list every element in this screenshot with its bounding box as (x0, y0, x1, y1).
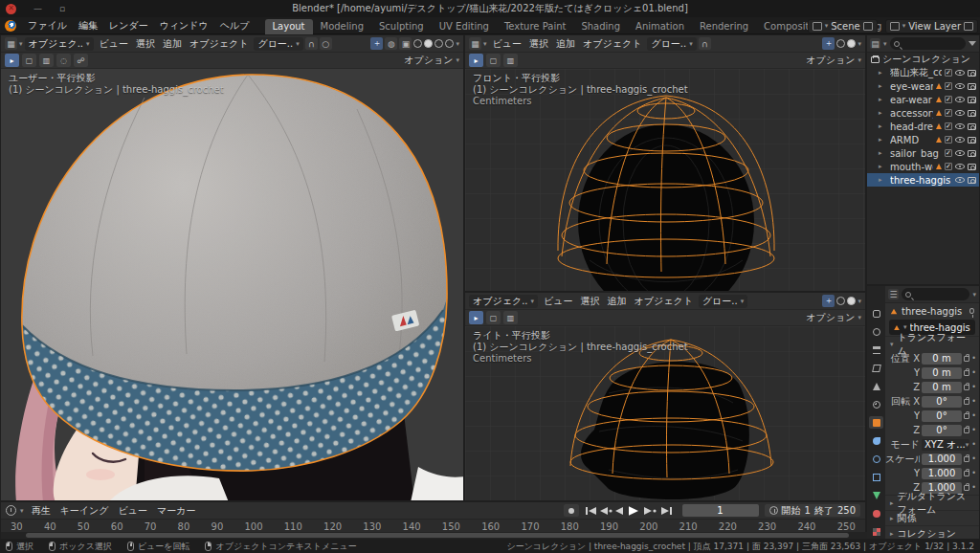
workspace-tab[interactable]: Animation (628, 19, 692, 34)
animate-dot-icon[interactable]: • (971, 469, 976, 477)
exclude-checkbox[interactable]: ✓ (945, 163, 952, 170)
shading-wireframe-icon[interactable] (836, 39, 845, 48)
frame-range-fields[interactable]: 開始 1 終了 250 (765, 504, 860, 517)
viewport-menu-item[interactable]: 追加 (552, 37, 579, 51)
value-field[interactable]: 1.000 (922, 453, 962, 465)
chevron-down-icon[interactable]: ▾ (972, 291, 976, 299)
mode-icon[interactable]: ▦ (469, 37, 481, 50)
tab-render[interactable] (869, 325, 883, 338)
options-dropdown[interactable]: オプション▾ (806, 54, 861, 67)
lock-icon[interactable] (964, 456, 969, 462)
exclude-checkbox[interactable]: ✓ (945, 69, 952, 77)
workspace-tab[interactable]: Rendering (692, 19, 756, 34)
disable-render-icon[interactable] (968, 123, 976, 130)
lock-icon[interactable] (964, 356, 969, 362)
expand-arrow-icon[interactable]: ▸ (879, 96, 884, 103)
menu-item[interactable]: ファイル (22, 17, 73, 34)
tweak-tool-button[interactable]: ▢ (486, 54, 501, 67)
scrollbar-thumb[interactable] (26, 533, 849, 538)
shading-wireframe-icon[interactable] (836, 297, 845, 305)
gizmo-toggle-icon[interactable]: ＋ (370, 37, 383, 50)
disable-render-icon[interactable] (968, 97, 976, 103)
tab-view-layer[interactable] (869, 362, 883, 374)
new-view-layer-icon[interactable] (964, 22, 973, 31)
exclude-checkbox[interactable]: ✓ (945, 136, 952, 144)
expand-arrow-icon[interactable]: ▸ (879, 69, 884, 77)
viewport-menu-item[interactable]: 追加 (603, 295, 630, 308)
viewport-menu-item[interactable]: 選択 (576, 295, 603, 308)
timeline-menu-item[interactable]: マーカー (153, 504, 199, 518)
value-field[interactable]: 0 m (922, 367, 962, 379)
animate-dot-icon[interactable]: • (971, 440, 976, 449)
outliner-search-input[interactable] (890, 37, 966, 50)
circle-select-tool-button[interactable]: ◌ (56, 54, 71, 67)
timeline-ruler[interactable]: 3040506070809010011012013014015016017018… (1, 520, 865, 533)
overlays-toggle-icon[interactable]: ◍ (385, 37, 397, 50)
exclude-checkbox[interactable]: ✓ (945, 109, 952, 117)
viewport-front-canvas[interactable] (465, 69, 865, 291)
shading-material-icon[interactable] (434, 39, 443, 48)
viewport-menu-item[interactable]: 追加 (159, 37, 186, 51)
value-field[interactable]: 0° (922, 396, 962, 408)
editor-type-icon[interactable]: ▦ (5, 37, 17, 50)
workspace-tab[interactable]: Sculpting (371, 19, 432, 34)
timeline-editor-icon[interactable] (6, 505, 16, 516)
current-frame-field[interactable]: 1 (682, 504, 759, 517)
end-value[interactable]: 250 (837, 505, 856, 516)
outliner-row[interactable]: ▸ accessory ✓ (867, 106, 979, 120)
lock-icon[interactable] (964, 385, 969, 390)
select-tool-button[interactable]: ▸ (469, 54, 483, 67)
select-tool-button[interactable]: ▸ (469, 311, 483, 324)
expand-arrow-icon[interactable]: ▸ (879, 149, 884, 157)
hide-eye-icon[interactable] (955, 97, 965, 102)
outliner-row[interactable]: ▸ mouth-wear ✓ (867, 160, 979, 173)
options-dropdown[interactable]: オプション▾ (806, 311, 861, 324)
lasso-select-tool-button[interactable]: ☍ (74, 54, 88, 67)
shading-solid-icon[interactable] (847, 39, 856, 48)
workspace-tab[interactable]: Texture Paint (497, 19, 574, 34)
lock-icon[interactable] (964, 413, 969, 419)
snap-magnet-icon[interactable]: ∩ (699, 37, 711, 50)
scene-selector[interactable]: ▾ Scene (808, 19, 878, 33)
animate-dot-icon[interactable]: • (971, 368, 976, 377)
lock-icon[interactable] (964, 485, 969, 491)
xray-toggle-icon[interactable]: ▣ (399, 37, 412, 50)
disable-render-icon[interactable] (968, 177, 976, 184)
animate-dot-icon[interactable]: • (971, 411, 976, 420)
outliner-row[interactable]: ▸ sailor_bag_satchel ✓ (867, 146, 979, 160)
animate-dot-icon[interactable]: • (971, 354, 976, 363)
viewport-menu-item[interactable]: オブジェクト (630, 295, 696, 308)
new-scene-icon[interactable] (863, 22, 873, 31)
box-select-tool-button[interactable]: ▥ (503, 311, 518, 324)
options-dropdown[interactable]: オプション▾ (404, 54, 459, 67)
exclude-checkbox[interactable]: ✓ (945, 122, 952, 130)
viewport-menu-item[interactable]: オブジェクト (579, 37, 645, 51)
box-select-tool-button[interactable]: ▥ (503, 54, 518, 67)
value-field[interactable]: 0° (922, 410, 962, 422)
box-select-tool-button[interactable]: ▥ (39, 54, 54, 67)
tab-material[interactable] (869, 507, 883, 520)
tweak-tool-button[interactable]: ▢ (486, 311, 501, 324)
gizmo-toggle-icon[interactable]: ＋ (822, 37, 835, 50)
expand-arrow-icon[interactable]: ▸ (879, 176, 884, 184)
outliner-row[interactable]: ▸ 猫山来花_collectio ✓ (867, 66, 979, 79)
timeline-scrollbar[interactable] (1, 532, 867, 539)
collapsed-section-header[interactable]: ▸ コレクション (885, 525, 979, 539)
tab-object[interactable] (869, 416, 883, 429)
outliner-row[interactable]: ▸ eye-wear ✓ (867, 79, 979, 93)
animate-dot-icon[interactable]: • (971, 383, 976, 391)
expand-arrow-icon[interactable]: ▸ (879, 122, 884, 130)
outliner-row[interactable]: ▸ three-haggis_croch ✓ (867, 173, 979, 187)
hide-eye-icon[interactable] (955, 70, 965, 76)
tab-modifiers[interactable] (869, 434, 883, 447)
outliner-display-mode-icon[interactable]: ▤ (870, 38, 880, 49)
viewport-right[interactable]: オブジェク..▾ ビュー選択追加オブジェクト グロー..▾ ＋ ▾ ▸ ▢ ▥ … (464, 292, 866, 501)
tweak-tool-button[interactable]: ▢ (22, 54, 36, 67)
tab-scene[interactable] (869, 380, 883, 392)
shading-rendered-icon[interactable] (445, 39, 454, 48)
shading-solid-icon[interactable] (424, 39, 433, 48)
disable-render-icon[interactable] (968, 70, 976, 77)
blender-logo-icon[interactable] (5, 20, 16, 32)
tab-physics[interactable] (869, 453, 883, 465)
timeline-menu-item[interactable]: 再生 (28, 504, 55, 518)
